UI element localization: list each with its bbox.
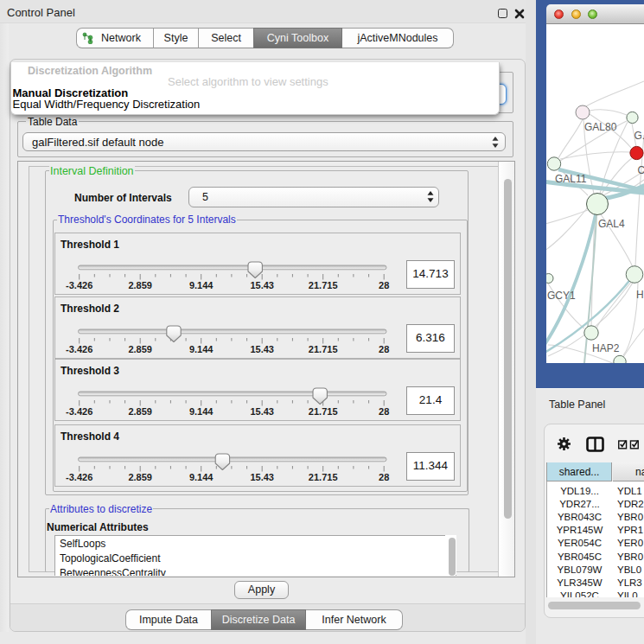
svg-text:21.715: 21.715 bbox=[309, 343, 338, 354]
svg-text:21.715: 21.715 bbox=[309, 472, 338, 482]
svg-text:9.144: 9.144 bbox=[189, 472, 214, 482]
svg-text:28: 28 bbox=[379, 279, 389, 290]
svg-text:28: 28 bbox=[379, 472, 389, 482]
svg-text:HAP2: HAP2 bbox=[592, 342, 620, 354]
svg-text:GAL80: GAL80 bbox=[584, 121, 617, 133]
svg-text:G.: G. bbox=[634, 130, 644, 142]
svg-text:H: H bbox=[636, 289, 644, 301]
svg-text:21.715: 21.715 bbox=[309, 279, 338, 290]
svg-text:-3.426: -3.426 bbox=[66, 405, 92, 416]
svg-text:C: C bbox=[638, 164, 644, 176]
svg-text:GAL11: GAL11 bbox=[555, 173, 587, 185]
svg-text:2.859: 2.859 bbox=[128, 405, 152, 416]
svg-text:-3.426: -3.426 bbox=[66, 343, 92, 354]
svg-text:-3.426: -3.426 bbox=[66, 279, 92, 290]
svg-text:2.859: 2.859 bbox=[128, 343, 152, 354]
svg-text:15.43: 15.43 bbox=[250, 472, 274, 482]
svg-text:15.43: 15.43 bbox=[250, 405, 274, 416]
svg-text:9.144: 9.144 bbox=[189, 405, 214, 416]
svg-text:-3.426: -3.426 bbox=[66, 472, 92, 482]
svg-text:15.43: 15.43 bbox=[250, 343, 274, 354]
svg-text:GAL4: GAL4 bbox=[598, 218, 625, 230]
svg-text:28: 28 bbox=[379, 405, 389, 416]
svg-text:GCY1: GCY1 bbox=[547, 290, 576, 302]
svg-text:2.859: 2.859 bbox=[128, 279, 152, 290]
svg-text:28: 28 bbox=[379, 343, 389, 354]
svg-text:21.715: 21.715 bbox=[309, 405, 338, 416]
svg-text:15.43: 15.43 bbox=[250, 279, 274, 290]
svg-text:9.144: 9.144 bbox=[189, 279, 214, 290]
svg-text:2.859: 2.859 bbox=[128, 472, 152, 482]
svg-text:9.144: 9.144 bbox=[189, 343, 214, 354]
